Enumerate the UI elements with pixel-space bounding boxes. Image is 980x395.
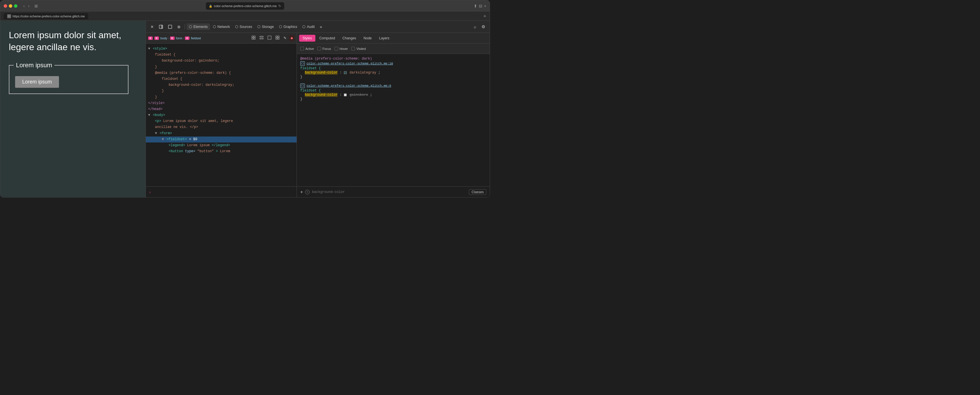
restore-button[interactable]: ⊟ — [479, 4, 482, 8]
layout-grid-button[interactable] — [250, 35, 257, 41]
console-bar: › — [146, 186, 297, 197]
tab-audit-button[interactable]: ⬡ Audit — [300, 23, 317, 30]
fieldset-preview: Lorem ipsum Lorem ipsum — [9, 62, 129, 94]
visited-checkbox[interactable] — [351, 47, 355, 51]
dom-line-fieldset-selected[interactable]: ▼ <fieldset> = $0 — [146, 137, 297, 142]
svg-rect-9 — [268, 36, 271, 39]
refresh-icon[interactable]: ↻ — [278, 4, 281, 8]
minimize-traffic-light[interactable] — [9, 4, 12, 8]
source-link-1[interactable]: color-scheme-prefers-color-scheme.glitch… — [307, 62, 393, 65]
sidebar-toggle-button[interactable]: ⊞ — [33, 3, 39, 9]
element-badge-e1: E — [148, 37, 153, 40]
svg-rect-7 — [260, 36, 263, 37]
network-tab-label: Network — [217, 25, 230, 29]
breadcrumb-fieldset[interactable]: E fieldset — [185, 37, 201, 40]
graphics-icon: ⬡ — [279, 24, 282, 29]
tab-label: https://color-scheme-prefers-color-schem… — [13, 14, 85, 18]
devtools-settings-button[interactable]: ⚙ — [479, 23, 487, 30]
dom-line-style: ▼ <style> — [146, 46, 297, 52]
pseudo-focus[interactable]: Focus — [317, 47, 331, 51]
add-property-button[interactable]: + — [300, 190, 303, 195]
tab-elements-button[interactable]: ⬡ Elements — [186, 23, 210, 30]
close-brace-1: } — [300, 75, 486, 79]
tab-active[interactable]: C https://color-scheme-prefers-color-sch… — [4, 13, 88, 19]
visited-label: Visited — [356, 47, 366, 51]
lock-icon: 🔒 — [209, 5, 212, 8]
element-badge-body: E — [154, 37, 159, 40]
curly-brace-icon-1: {} — [300, 61, 305, 66]
console-prompt-icon: › — [149, 190, 151, 194]
elements-icon: ⬡ — [189, 24, 192, 29]
rule-source-2: {} color-scheme-prefers-color-scheme.gli… — [300, 83, 486, 88]
elements-tab-label: Elements — [193, 25, 208, 29]
pseudo-visited[interactable]: Visited — [351, 47, 366, 51]
active-checkbox[interactable] — [300, 47, 304, 51]
sources-icon: ⬡ — [235, 24, 238, 29]
address-bar[interactable]: 🔒 color-scheme-prefers-color-scheme.glit… — [206, 2, 284, 10]
devtools-picker-button[interactable]: ⊕ — [175, 23, 183, 30]
elements-toolbar: E E body › E form › E field — [146, 33, 297, 44]
style-rule-base: {} color-scheme-prefers-color-scheme.gli… — [300, 83, 486, 101]
layout-list-button[interactable] — [258, 35, 265, 41]
more-tabs-button[interactable]: » — [318, 23, 325, 30]
styles-tab-layers[interactable]: Layers — [376, 35, 393, 41]
share-button[interactable]: ⬆ — [474, 4, 477, 8]
breadcrumb-body[interactable]: E body — [154, 37, 167, 40]
tab-sources-button[interactable]: ⬡ Sources — [233, 23, 255, 30]
new-tab-button[interactable]: + — [483, 14, 486, 19]
back-button[interactable]: ‹ — [22, 3, 26, 9]
close-brace-2: } — [300, 97, 486, 101]
close-traffic-light[interactable] — [4, 4, 7, 8]
dom-line-fieldset2: fieldset { — [146, 76, 297, 82]
color-swatch-dark — [344, 71, 347, 74]
add-tab-button[interactable]: + — [484, 4, 486, 8]
tab-network-button[interactable]: ⬡ Network — [210, 23, 232, 30]
devtools-dock-button[interactable] — [157, 24, 165, 30]
pseudo-active[interactable]: Active — [300, 47, 314, 51]
forward-button[interactable]: › — [27, 3, 31, 9]
prop-value-gainsboro: gainsboro — [350, 93, 368, 97]
console-input[interactable] — [153, 190, 293, 194]
dom-line-body: ▼ <body> — [146, 112, 297, 118]
dom-line-close-brace1: } — [146, 64, 297, 70]
styles-tab-styles[interactable]: Styles — [299, 35, 315, 41]
devtools-undock-button[interactable] — [166, 24, 174, 30]
storage-icon: ⬡ — [257, 24, 260, 29]
layout-single-button[interactable] — [266, 35, 273, 41]
source-link-2[interactable]: color-scheme-prefers-color-scheme.glitch… — [307, 84, 391, 88]
style-rule-dark-media: @media (prefers-color-scheme: dark) {} c… — [300, 57, 486, 79]
color-format-button[interactable]: ■ — [289, 35, 294, 41]
curly-brace-icon-2: {} — [300, 83, 305, 88]
devtools-search-button[interactable]: ⌕ — [471, 23, 479, 30]
pseudo-hover[interactable]: Hover — [334, 47, 348, 51]
tab-storage-button[interactable]: ⬡ Storage — [255, 23, 276, 30]
dom-line-button: <button type= "button" > Lorem — [146, 148, 297, 154]
maximize-traffic-light[interactable] — [14, 4, 18, 8]
breadcrumb-fieldset-tag: fieldset — [191, 37, 201, 40]
focus-checkbox[interactable] — [317, 47, 321, 51]
dom-line-fieldset1: fieldset { — [146, 52, 297, 58]
classes-button[interactable]: Classes — [469, 189, 486, 195]
element-badge-fieldset: E — [185, 37, 189, 40]
separator-1 — [185, 24, 185, 30]
element-badge-form: E — [170, 37, 175, 40]
fieldset-button[interactable]: Lorem ipsum — [15, 76, 59, 88]
tab-graphics-button[interactable]: ⬡ Graphics — [277, 23, 299, 30]
breadcrumb-form[interactable]: E form — [170, 37, 182, 40]
dom-line-close-brace2: } — [146, 88, 297, 94]
styles-tab-node[interactable]: Node — [360, 35, 375, 41]
styles-tab-computed[interactable]: Computed — [316, 35, 339, 41]
devtools-close-button[interactable]: ✕ — [148, 23, 156, 30]
main-area: Lorem ipsum dolor sit amet, legere ancil… — [0, 21, 490, 197]
layout-4cell-button[interactable] — [274, 35, 281, 41]
property-filter-input[interactable] — [312, 190, 467, 194]
edit-html-button[interactable]: ✎ — [282, 35, 288, 41]
sep-2: › — [183, 37, 184, 40]
svg-rect-10 — [276, 36, 277, 37]
svg-rect-13 — [278, 38, 279, 39]
hover-checkbox[interactable] — [334, 47, 338, 51]
svg-rect-11 — [278, 36, 279, 37]
svg-rect-3 — [252, 36, 253, 37]
styles-tab-changes[interactable]: Changes — [339, 35, 360, 41]
breadcrumb-body-tag: body — [161, 37, 167, 40]
